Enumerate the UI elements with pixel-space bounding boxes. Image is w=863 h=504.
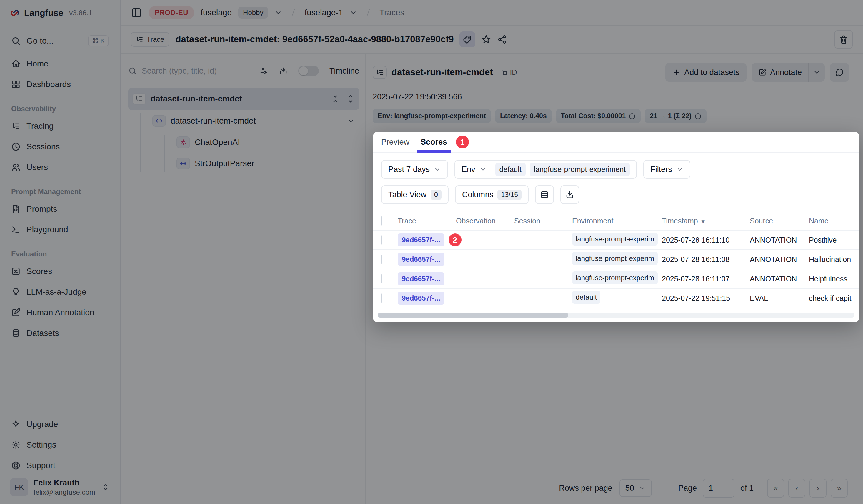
tree-search-row: Timeline bbox=[128, 62, 359, 80]
tree-toolbar: Timeline bbox=[260, 66, 359, 76]
tag-button[interactable] bbox=[460, 32, 475, 47]
breadcrumb: PROD-EU fuselage Hobby fuselage-1 Traces bbox=[121, 0, 863, 26]
sliders-icon[interactable] bbox=[260, 66, 268, 75]
sidebar-item-upgrade[interactable]: Upgrade bbox=[8, 414, 112, 434]
search-icon bbox=[11, 36, 21, 46]
user-menu[interactable]: FK Felix Krauth felix@langfuse.com bbox=[8, 476, 112, 496]
row-checkbox[interactable] bbox=[380, 255, 382, 264]
trace-id-chip[interactable]: 9ed6657f-... bbox=[398, 253, 445, 266]
col-session[interactable]: Session bbox=[514, 217, 572, 225]
chevron-down-icon[interactable] bbox=[347, 117, 355, 125]
tree-search-input[interactable] bbox=[142, 66, 239, 76]
sidebar-item-scores[interactable]: Scores bbox=[8, 261, 112, 282]
col-source[interactable]: Source bbox=[750, 217, 809, 225]
langfuse-logo-icon bbox=[10, 8, 20, 18]
table-row[interactable]: 9ed6657f-... default 2025-07-22 19:51:15… bbox=[373, 288, 859, 307]
page-input[interactable] bbox=[703, 479, 735, 497]
comments-button[interactable] bbox=[830, 63, 849, 82]
sidebar-item-human-annotation[interactable]: Human Annotation bbox=[8, 302, 112, 323]
star-button[interactable] bbox=[481, 34, 491, 45]
scrollbar-thumb[interactable] bbox=[378, 313, 568, 318]
chevron-down-icon[interactable] bbox=[349, 9, 357, 16]
section-evaluation: Evaluation bbox=[8, 250, 112, 261]
download-icon[interactable] bbox=[279, 66, 288, 75]
date-range-button[interactable]: Past 7 days bbox=[381, 160, 448, 179]
sidebar-item-label: Sessions bbox=[26, 142, 60, 151]
row-height-button[interactable] bbox=[535, 185, 554, 204]
last-page-button[interactable]: » bbox=[831, 479, 848, 497]
sidebar-item-label: Home bbox=[26, 59, 49, 68]
sidebar-item-tracing[interactable]: Tracing bbox=[8, 116, 112, 136]
table-view-button[interactable]: Table View 0 bbox=[381, 185, 449, 204]
sidebar-item-support[interactable]: Support bbox=[8, 455, 112, 476]
add-to-datasets-button[interactable]: Add to datasets bbox=[665, 63, 747, 82]
rows-per-page-select[interactable]: 50 bbox=[620, 479, 652, 497]
row-checkbox[interactable] bbox=[380, 293, 382, 303]
tree-node-generation[interactable]: ChatOpenAI bbox=[176, 132, 359, 153]
tab-scores[interactable]: Scores bbox=[421, 132, 447, 153]
env-badge: Env: langfuse-prompt-experiment bbox=[373, 109, 491, 123]
goto-shortcut: ⌘ K bbox=[88, 35, 109, 47]
annotate-button[interactable]: Annotate bbox=[752, 63, 808, 82]
environment-chip: langfuse-prompt-experim bbox=[572, 272, 658, 284]
col-timestamp[interactable]: Timestamp▼ bbox=[662, 217, 750, 225]
sidebar-item-datasets[interactable]: Datasets bbox=[8, 323, 112, 343]
env-filter-button[interactable]: Env default langfuse-prompt-experiment bbox=[454, 160, 637, 179]
sidebar-item-settings[interactable]: Settings bbox=[8, 434, 112, 455]
sidebar-item-sessions[interactable]: Sessions bbox=[8, 136, 112, 157]
tree-node-span[interactable]: StrOutputParser bbox=[176, 153, 359, 174]
sidebar-item-llm-judge[interactable]: LLM-as-a-Judge bbox=[8, 282, 112, 302]
panel-left-icon[interactable] bbox=[130, 7, 142, 18]
goto-search[interactable]: Go to... ⌘ K bbox=[8, 30, 112, 51]
columns-button[interactable]: Columns 13/15 bbox=[455, 185, 528, 204]
filters-button[interactable]: Filters bbox=[643, 160, 690, 179]
unfold-vertical-icon[interactable] bbox=[331, 94, 340, 103]
horizontal-scrollbar[interactable] bbox=[378, 313, 854, 318]
chevron-down-icon bbox=[813, 68, 821, 76]
sidebar-item-label: Datasets bbox=[26, 328, 59, 338]
next-page-button[interactable]: › bbox=[810, 479, 826, 497]
col-environment[interactable]: Environment bbox=[572, 217, 662, 225]
timeline-toggle[interactable] bbox=[298, 66, 319, 76]
col-timestamp-label: Timestamp bbox=[662, 217, 698, 225]
col-trace[interactable]: Trace bbox=[398, 217, 456, 225]
select-all-checkbox[interactable] bbox=[380, 216, 382, 226]
row-checkbox[interactable] bbox=[380, 274, 382, 284]
chevron-down-icon[interactable] bbox=[274, 9, 282, 16]
timestamp-cell: 2025-07-28 16:11:08 bbox=[662, 255, 750, 264]
tokens-badge-label: 21 → 1 (Σ 22) bbox=[650, 112, 691, 120]
first-page-button[interactable]: « bbox=[767, 479, 784, 497]
tree-node-span[interactable]: dataset-run-item-cmdet bbox=[152, 110, 359, 132]
tokens-badge: 21 → 1 (Σ 22) bbox=[645, 109, 706, 123]
sidebar-item-home[interactable]: Home bbox=[8, 53, 112, 74]
fold-vertical-icon[interactable] bbox=[346, 94, 355, 103]
row-checkbox[interactable] bbox=[380, 235, 382, 245]
chevron-down-icon bbox=[434, 166, 441, 173]
timestamp-cell: 2025-07-28 16:11:07 bbox=[662, 275, 750, 283]
breadcrumb-project[interactable]: fuselage-1 bbox=[304, 8, 343, 17]
delete-trace-button[interactable] bbox=[834, 30, 853, 49]
trace-id-chip[interactable]: 9ed6657f-... bbox=[398, 234, 445, 247]
tour-step-1-badge: 1 bbox=[456, 136, 469, 149]
card-tabs: Preview Scores 1 bbox=[373, 132, 859, 153]
copy-id-button[interactable]: ID bbox=[501, 68, 517, 76]
breadcrumb-section: Traces bbox=[379, 8, 404, 17]
table-row[interactable]: 9ed6657f-... langfuse-prompt-experim 202… bbox=[373, 249, 859, 269]
col-name[interactable]: Name bbox=[809, 217, 852, 225]
tab-preview[interactable]: Preview bbox=[381, 132, 410, 153]
trace-id-chip[interactable]: 9ed6657f-... bbox=[398, 292, 445, 305]
prev-page-button[interactable]: ‹ bbox=[788, 479, 805, 497]
share-button[interactable] bbox=[497, 34, 507, 45]
sidebar-item-dashboards[interactable]: Dashboards bbox=[8, 74, 112, 95]
sidebar-item-playground[interactable]: Playground bbox=[8, 219, 112, 240]
trace-id-chip[interactable]: 9ed6657f-... bbox=[398, 272, 445, 285]
sidebar-item-users[interactable]: Users bbox=[8, 157, 112, 178]
table-row[interactable]: 9ed6657f-... 2 langfuse-prompt-experim 2… bbox=[373, 230, 859, 249]
export-button[interactable] bbox=[560, 185, 579, 204]
tree-node-root[interactable]: dataset-run-item-cmdet bbox=[128, 88, 359, 110]
col-observation[interactable]: Observation bbox=[456, 217, 514, 225]
table-row[interactable]: 9ed6657f-... langfuse-prompt-experim 202… bbox=[373, 269, 859, 288]
breadcrumb-org[interactable]: fuselage bbox=[201, 8, 232, 17]
sidebar-item-prompts[interactable]: Prompts bbox=[8, 199, 112, 219]
annotate-menu-button[interactable] bbox=[809, 63, 825, 82]
